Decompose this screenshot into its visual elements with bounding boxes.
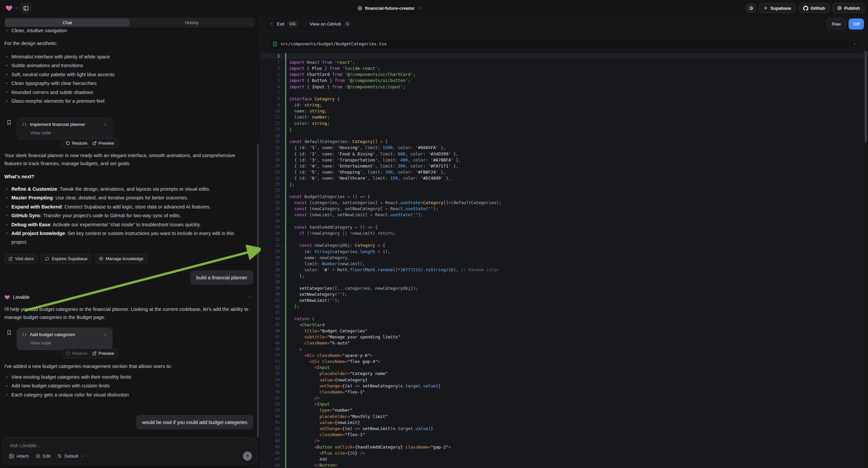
supabase-button[interactable]: Supabase: [758, 3, 796, 13]
chat-panel: Chat History Clean, intuitive navigation…: [0, 16, 261, 468]
project-switcher[interactable]: financial-future-creator: [357, 0, 422, 16]
code-line: 50 <div className="space-y-6">: [261, 352, 864, 358]
sidebar-toggle-button[interactable]: [21, 3, 31, 13]
code-text: >: [285, 347, 302, 352]
line-number: 29: [261, 225, 280, 229]
diff-toggle-button[interactable]: Diff: [848, 19, 864, 30]
target-icon: [36, 454, 40, 459]
tab-history[interactable]: History: [129, 19, 254, 27]
project-menu-chevron-icon[interactable]: [15, 6, 19, 10]
code-line: 8⌄interface Category {: [261, 96, 864, 102]
view-code-link[interactable]: View code: [30, 341, 107, 346]
code-line: 33 id: String(categories.length + 1),: [261, 248, 864, 255]
code-text: const [categories, setCategories] = Reac…: [285, 200, 501, 205]
line-number: 52: [261, 365, 280, 370]
code-text: Add: [285, 457, 327, 462]
code-text: id: String(categories.length + 1),: [285, 249, 390, 254]
chevron-down-icon: [81, 454, 84, 458]
code-text: <div className="flex gap-4">: [285, 359, 380, 364]
preview-button[interactable]: Preview: [92, 351, 114, 356]
fold-chevron-icon[interactable]: ⌄: [280, 140, 285, 143]
publish-label: Publish: [844, 6, 860, 11]
send-button[interactable]: [243, 451, 252, 461]
assistant-header: Lovable ⋯: [4, 294, 253, 300]
raw-toggle-button[interactable]: Raw: [827, 19, 846, 30]
attach-label: Attach: [17, 454, 29, 459]
code-panel: Exit ESC View on GitHub G Raw Diff src/c…: [261, 16, 868, 468]
code-text: className="flex-1": [285, 389, 365, 394]
code-text: };: [285, 273, 304, 278]
line-number: 41: [261, 298, 280, 303]
bullet-item: View existing budget categories with the…: [0, 373, 248, 381]
manage-knowledge-button[interactable]: Manage knowledge: [95, 254, 148, 264]
bullet-item: Refine & Customize: Tweak the design, an…: [0, 185, 245, 194]
code-text: />: [285, 396, 319, 401]
code-line: 34 name: newCategory,: [261, 255, 864, 261]
model-selector[interactable]: Default: [57, 454, 84, 459]
edit-mode-button[interactable]: Edit: [36, 454, 50, 459]
code-line: 41 setNewLimit('');: [261, 297, 864, 303]
code-scrollbar[interactable]: [865, 51, 867, 142]
file-bar[interactable]: src/components/budget/BudgetCategories.t…: [268, 38, 863, 49]
line-number: 4: [261, 72, 280, 77]
code-line: 37 };: [261, 273, 864, 279]
visit-docs-button[interactable]: Visit docs: [4, 254, 38, 264]
code-text: color: '#' + Math.floor(Math.random()*16…: [285, 267, 499, 272]
github-button[interactable]: GitHub: [799, 3, 830, 13]
line-number: 24: [261, 194, 280, 199]
view-on-github-button[interactable]: View on GitHub G: [310, 21, 351, 27]
code-line: 45 <ChartCard: [261, 322, 864, 328]
composer[interactable]: Ask Lovable... Attach Edit Default: [3, 437, 257, 464]
fold-chevron-icon[interactable]: ⌄: [280, 195, 285, 198]
code-line: 38: [261, 279, 864, 285]
bookmark-icon[interactable]: [6, 119, 12, 125]
explore-supabase-button[interactable]: Explore Supabase: [41, 254, 91, 264]
bullet-item: Subtle animations and transitions: [0, 61, 248, 70]
line-number: 14: [261, 133, 280, 138]
line-number: 65: [261, 444, 280, 449]
line-number: 62: [261, 427, 280, 431]
fold-chevron-icon[interactable]: ⌄: [280, 244, 285, 247]
code-text: <Input: [285, 365, 330, 370]
code-line: 20 { id: '5', name: 'Shopping', limit: 2…: [261, 169, 864, 175]
collapse-file-button[interactable]: [849, 40, 860, 48]
version-card-implement-planner[interactable]: Implement financial planner View code: [17, 117, 113, 140]
message-more-button[interactable]: ⋯: [247, 294, 253, 300]
user-message-1: build a financial planner: [190, 270, 253, 285]
code-line: 44 return (: [261, 316, 864, 322]
line-number: 58: [261, 402, 280, 407]
attach-button[interactable]: Attach: [9, 454, 29, 459]
code-line: 25 const [categories, setCategories] = R…: [261, 200, 864, 206]
preview-label: Preview: [99, 141, 114, 146]
chevron-right-icon: [103, 122, 107, 126]
publish-button[interactable]: Publish: [832, 3, 865, 13]
code-text: <Plus size={16} />: [285, 450, 365, 456]
preview-button[interactable]: Preview: [92, 141, 114, 146]
code-line: 12 color: string;: [261, 120, 864, 126]
fold-chevron-icon[interactable]: ⌄: [280, 225, 285, 229]
code-line: 49 >: [261, 346, 864, 352]
line-number: 61: [261, 420, 280, 425]
version-card-add-budget-categories[interactable]: Add budget categories View code: [17, 328, 113, 350]
bullet-item: Debug with Ease: Activate our experiment…: [0, 220, 245, 229]
line-number: 64: [261, 438, 280, 443]
bookmark-icon[interactable]: [6, 330, 12, 336]
line-number: 47: [261, 335, 280, 340]
view-code-link[interactable]: View code: [30, 130, 107, 135]
code-text: onChange={(e) => setNewLimit(e.target.va…: [285, 426, 433, 431]
line-number: 20: [261, 170, 280, 175]
exit-button[interactable]: Exit ESC: [270, 21, 298, 27]
line-number: 36: [261, 268, 280, 272]
lovable-heart-icon[interactable]: [5, 4, 13, 12]
code-text: id: string;: [285, 103, 322, 108]
code-text: { id: '2', name: 'Food & Dining', limit:…: [285, 151, 458, 156]
fold-chevron-icon[interactable]: ⌄: [280, 97, 285, 100]
restore-button[interactable]: Restore: [66, 141, 88, 146]
code-brackets-icon: [22, 122, 27, 126]
code-text: </Button>: [285, 463, 337, 468]
chat-scrollbar[interactable]: [257, 144, 259, 437]
tab-chat[interactable]: Chat: [5, 19, 129, 27]
code-editor[interactable]: 12import React from 'react';3import { Pl…: [261, 53, 864, 468]
settings-button[interactable]: [746, 3, 756, 13]
restore-button-disabled[interactable]: Restore: [66, 351, 88, 356]
